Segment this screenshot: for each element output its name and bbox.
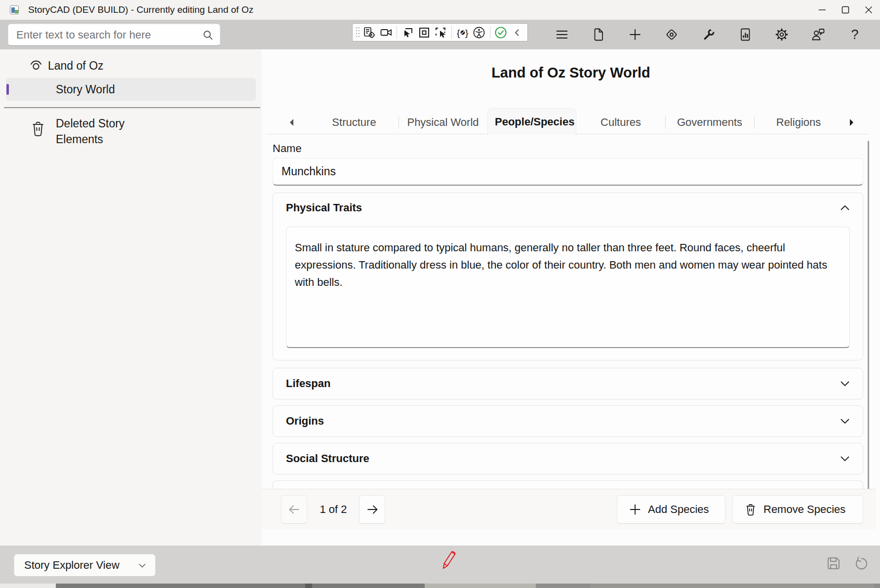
tree-item-label: Land of Oz	[48, 59, 104, 73]
feedback-button[interactable]	[808, 24, 828, 45]
help-button[interactable]: ?	[845, 24, 865, 45]
chevron-down-icon	[138, 563, 146, 568]
reports-icon	[738, 28, 752, 41]
expander-social-structure: Social Structure	[273, 443, 863, 474]
toolbar-separator	[397, 26, 397, 39]
reports-button[interactable]	[735, 24, 755, 45]
chevron-down-icon	[840, 418, 850, 425]
tab-structure[interactable]: Structure	[310, 111, 399, 134]
select-element-icon	[401, 26, 414, 39]
new-file-button[interactable]	[589, 24, 608, 45]
tools-icon	[701, 27, 716, 42]
select-element-button[interactable]	[400, 25, 416, 40]
chevron-down-icon	[840, 380, 850, 387]
close-icon	[865, 6, 873, 14]
physical-traits-textarea[interactable]: Small in stature compared to typical hum…	[286, 227, 850, 348]
tab-cultures[interactable]: Cultures	[576, 111, 665, 134]
toolbar-separator	[490, 26, 490, 39]
page-title: Land of Oz Story World	[262, 65, 880, 81]
undo-button[interactable]	[852, 554, 871, 574]
svg-text:{: {	[457, 27, 460, 38]
minimize-button[interactable]	[810, 0, 834, 20]
tree-item-label: Story World	[56, 83, 115, 96]
screen-capture-button[interactable]	[378, 25, 394, 40]
collapse-toolbar-button[interactable]	[509, 25, 525, 40]
tree-item-label: Deleted Story Elements	[56, 116, 155, 147]
focus-button[interactable]	[662, 24, 681, 45]
expander-header[interactable]: Lifespan	[273, 368, 863, 399]
accessibility-checker-button[interactable]	[471, 25, 487, 40]
search-box[interactable]	[8, 24, 220, 46]
close-button[interactable]	[857, 0, 880, 20]
app-icon	[10, 5, 19, 14]
settings-icon	[774, 27, 789, 42]
previous-page-button[interactable]	[281, 495, 307, 524]
hot-reload-icon: { }	[456, 26, 470, 39]
story-world-page: Land of Oz Story World Structure Physica…	[262, 49, 880, 546]
tabs: Structure Physical World People/Species …	[310, 111, 843, 134]
selection-accent	[6, 84, 9, 95]
hot-reload-ok-icon	[494, 26, 507, 39]
title-bar: StoryCAD (DEV BUILD) - Currently editing…	[0, 0, 880, 20]
expander-title: Social Structure	[286, 452, 369, 465]
toolbar-separator	[451, 26, 452, 39]
expander-origins: Origins	[273, 405, 863, 437]
tools-button[interactable]	[699, 24, 719, 45]
pager-label: 1 of 2	[311, 495, 356, 524]
maximize-button[interactable]	[834, 0, 857, 20]
name-input[interactable]	[273, 158, 863, 186]
settings-button[interactable]	[772, 24, 792, 45]
next-page-button[interactable]	[359, 495, 385, 524]
changed-indicator	[437, 549, 459, 574]
focus-icon	[664, 27, 679, 42]
new-file-icon	[592, 28, 605, 41]
tab-scroll-left-button[interactable]	[287, 118, 295, 127]
maximize-icon	[841, 6, 849, 14]
window-title: StoryCAD (DEV BUILD) - Currently editing…	[28, 0, 253, 20]
expander-header[interactable]: Origins	[273, 406, 863, 436]
live-visual-tree-button[interactable]	[361, 25, 378, 40]
expander-header[interactable]: Physical Traits	[273, 193, 863, 223]
desktop-edge	[0, 584, 880, 588]
accessibility-checker-icon	[473, 26, 485, 39]
vertical-scrollbar[interactable]	[868, 141, 869, 491]
arrow-right-icon	[365, 503, 379, 516]
remove-species-button[interactable]: Remove Species	[732, 495, 863, 524]
svg-text:}: }	[465, 27, 468, 38]
expander-header[interactable]: Social Structure	[273, 443, 863, 474]
tab-physical-world[interactable]: Physical World	[399, 111, 487, 134]
trash-icon	[31, 120, 45, 137]
search-input[interactable]	[8, 29, 202, 41]
add-species-button[interactable]: Add Species	[617, 495, 725, 524]
tab-strip: Structure Physical World People/Species …	[262, 111, 880, 134]
drag-grip[interactable]	[355, 26, 361, 39]
live-visual-tree-icon	[363, 26, 376, 39]
tab-religions[interactable]: Religions	[754, 111, 843, 134]
expander-title: Origins	[286, 415, 324, 428]
tab-people-species[interactable]: People/Species	[487, 108, 576, 135]
search-icon[interactable]	[202, 29, 214, 41]
arrow-left-icon	[287, 503, 301, 516]
save-button[interactable]	[825, 554, 842, 574]
hot-reload-status-button[interactable]	[493, 25, 509, 40]
trash-icon	[745, 503, 757, 516]
pager-bar: 1 of 2 Add Species Remove Species	[262, 489, 876, 529]
layout-adorners-button[interactable]	[416, 25, 432, 40]
expander-title: Physical Traits	[286, 201, 362, 214]
status-bar: Story Explorer View	[0, 546, 880, 584]
remove-species-label: Remove Species	[763, 503, 845, 516]
eye-icon	[29, 58, 43, 72]
tab-governments[interactable]: Governments	[665, 111, 754, 134]
tree-item-story-world[interactable]: Story World	[6, 78, 256, 101]
view-selector-dropdown[interactable]: Story Explorer View	[14, 554, 156, 577]
tab-scroll-right-button[interactable]	[847, 118, 855, 127]
track-element-button[interactable]	[433, 25, 449, 40]
screen-capture-icon	[380, 26, 393, 39]
tree-item-land-of-oz[interactable]: Land of Oz	[0, 54, 262, 77]
hot-reload-button[interactable]: { }	[454, 25, 471, 40]
add-icon	[629, 504, 641, 515]
minimize-icon	[818, 6, 826, 14]
dev-toolbar: { }	[352, 23, 528, 41]
menu-button[interactable]	[552, 24, 572, 45]
add-button[interactable]	[625, 24, 645, 45]
